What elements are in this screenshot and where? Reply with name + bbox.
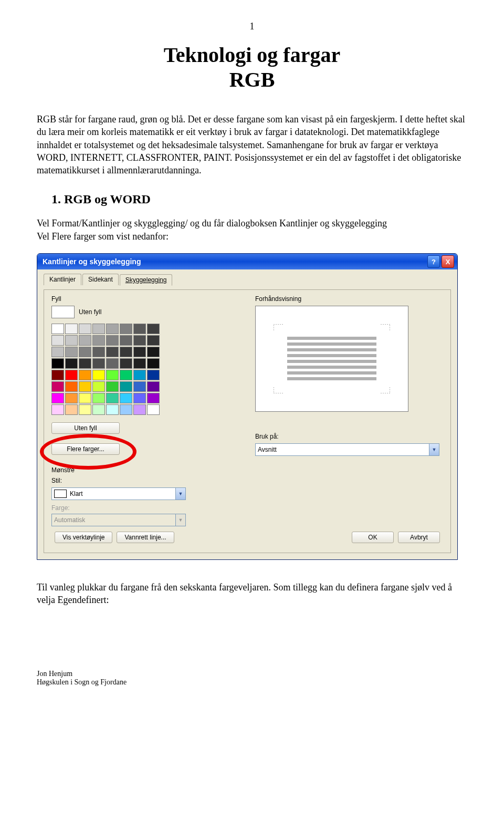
palette-color[interactable] bbox=[120, 404, 132, 415]
preview-corner-tl-icon bbox=[274, 324, 283, 330]
titlebar-help-button[interactable]: ? bbox=[427, 255, 440, 268]
forhand-label: Forhåndsvisning bbox=[255, 295, 443, 303]
current-fill-swatch bbox=[51, 306, 75, 318]
palette-color[interactable] bbox=[120, 324, 132, 334]
palette-color[interactable] bbox=[106, 324, 119, 334]
palette-color[interactable] bbox=[147, 370, 160, 380]
palette-color[interactable] bbox=[79, 381, 91, 392]
palette-color[interactable] bbox=[92, 335, 105, 346]
dialog-body: Kantlinjer Sidekant Skyggelegging Fyll U… bbox=[37, 269, 457, 559]
palette-color[interactable] bbox=[106, 347, 119, 357]
palette-color[interactable] bbox=[79, 335, 91, 346]
palette-color[interactable] bbox=[51, 335, 64, 346]
palette-color[interactable] bbox=[133, 335, 146, 346]
palette-color[interactable] bbox=[65, 393, 78, 403]
palette-color[interactable] bbox=[120, 370, 132, 380]
palette-color[interactable] bbox=[92, 358, 105, 369]
palette-color[interactable] bbox=[92, 347, 105, 357]
palette-color[interactable] bbox=[79, 324, 91, 334]
palette-color[interactable] bbox=[79, 404, 91, 415]
palette-color[interactable] bbox=[133, 381, 146, 392]
ok-button[interactable]: OK bbox=[352, 532, 394, 543]
palette-color[interactable] bbox=[106, 370, 119, 380]
palette-color[interactable] bbox=[133, 358, 146, 369]
palette-color[interactable] bbox=[133, 324, 146, 334]
palette-color[interactable] bbox=[51, 404, 64, 415]
palette-color[interactable] bbox=[120, 347, 132, 357]
stil-combo[interactable]: Klart ▼ bbox=[51, 487, 186, 500]
brukpa-combo[interactable]: Avsnitt ▼ bbox=[255, 443, 439, 456]
chevron-down-icon: ▼ bbox=[175, 488, 185, 500]
palette-color[interactable] bbox=[120, 381, 132, 392]
tab-kantlinjer[interactable]: Kantlinjer bbox=[44, 274, 81, 285]
palette-color[interactable] bbox=[51, 324, 64, 334]
palette-color[interactable] bbox=[147, 358, 160, 369]
palette-color[interactable] bbox=[133, 347, 146, 357]
tab-pane: Fyll Uten fyll Uten fyll Flere farger... bbox=[44, 289, 451, 553]
tab-kantlinjer-label: Kantlinjer bbox=[49, 276, 76, 283]
palette-color[interactable] bbox=[65, 404, 78, 415]
preview-lines bbox=[287, 337, 376, 383]
tab-skyggelegging[interactable]: Skyggelegging bbox=[120, 274, 173, 286]
footer-institution: Høgskulen i Sogn og Fjordane bbox=[37, 678, 467, 687]
vannrett-linje-button[interactable]: Vannrett linje... bbox=[117, 532, 174, 543]
palette-color[interactable] bbox=[65, 358, 78, 369]
avbryt-button[interactable]: Avbryt bbox=[398, 532, 440, 543]
palette-color[interactable] bbox=[79, 393, 91, 403]
color-palette[interactable] bbox=[51, 324, 239, 415]
palette-color[interactable] bbox=[92, 381, 105, 392]
preview-corner-bl-icon bbox=[274, 387, 283, 393]
palette-color[interactable] bbox=[79, 347, 91, 357]
palette-color[interactable] bbox=[120, 358, 132, 369]
palette-color[interactable] bbox=[51, 381, 64, 392]
chevron-down-icon: ▼ bbox=[175, 514, 185, 526]
palette-color[interactable] bbox=[106, 404, 119, 415]
palette-color[interactable] bbox=[65, 347, 78, 357]
palette-color[interactable] bbox=[51, 370, 64, 380]
vis-verktoylinje-button[interactable]: Vis verktøylinje bbox=[55, 532, 112, 543]
preview-corner-tr-icon bbox=[381, 324, 390, 330]
palette-color[interactable] bbox=[147, 381, 160, 392]
palette-color[interactable] bbox=[147, 347, 160, 357]
chevron-down-icon: ▼ bbox=[429, 444, 439, 455]
palette-color[interactable] bbox=[106, 381, 119, 392]
palette-color[interactable] bbox=[51, 358, 64, 369]
current-fill-text: Uten fyll bbox=[79, 308, 101, 316]
palette-color[interactable] bbox=[65, 335, 78, 346]
palette-color[interactable] bbox=[79, 370, 91, 380]
palette-color[interactable] bbox=[106, 335, 119, 346]
palette-color[interactable] bbox=[79, 358, 91, 369]
palette-color[interactable] bbox=[120, 393, 132, 403]
flere-farger-button[interactable]: Flere farger... bbox=[51, 443, 120, 455]
palette-color[interactable] bbox=[147, 393, 160, 403]
palette-color[interactable] bbox=[51, 347, 64, 357]
palette-color[interactable] bbox=[92, 324, 105, 334]
palette-color[interactable] bbox=[133, 370, 146, 380]
intro-paragraph: RGB står for fargane raud, grøn og blå. … bbox=[37, 113, 467, 176]
dialog-kantlinjer: Kantlinjer og skyggelegging ? X Kantlinj… bbox=[37, 253, 458, 560]
palette-color[interactable] bbox=[106, 393, 119, 403]
section1-line1: Vel Format/Kantlinjer og skygglegging/ o… bbox=[37, 217, 467, 230]
palette-color[interactable] bbox=[92, 370, 105, 380]
palette-color[interactable] bbox=[147, 404, 160, 415]
palette-color[interactable] bbox=[120, 335, 132, 346]
title-line2: RGB bbox=[37, 67, 467, 92]
palette-color[interactable] bbox=[106, 358, 119, 369]
tab-sidekant[interactable]: Sidekant bbox=[82, 274, 119, 285]
section1-line2: Vel Flere farger som vist nedanfor: bbox=[37, 230, 467, 243]
titlebar-close-button[interactable]: X bbox=[442, 255, 454, 268]
palette-color[interactable] bbox=[65, 370, 78, 380]
document-page: 1 Teknologi og fargar RGB RGB står for f… bbox=[0, 0, 504, 697]
right-column: Forhåndsvisning Bruk på: Av bbox=[255, 295, 443, 526]
palette-color[interactable] bbox=[147, 335, 160, 346]
palette-color[interactable] bbox=[92, 404, 105, 415]
left-column: Fyll Uten fyll Uten fyll Flere farger... bbox=[51, 295, 239, 526]
palette-color[interactable] bbox=[65, 381, 78, 392]
palette-color[interactable] bbox=[133, 393, 146, 403]
palette-color[interactable] bbox=[65, 324, 78, 334]
palette-color[interactable] bbox=[133, 404, 146, 415]
uten-fyll-button[interactable]: Uten fyll bbox=[51, 422, 120, 434]
palette-color[interactable] bbox=[147, 324, 160, 334]
palette-color[interactable] bbox=[92, 393, 105, 403]
palette-color[interactable] bbox=[51, 393, 64, 403]
